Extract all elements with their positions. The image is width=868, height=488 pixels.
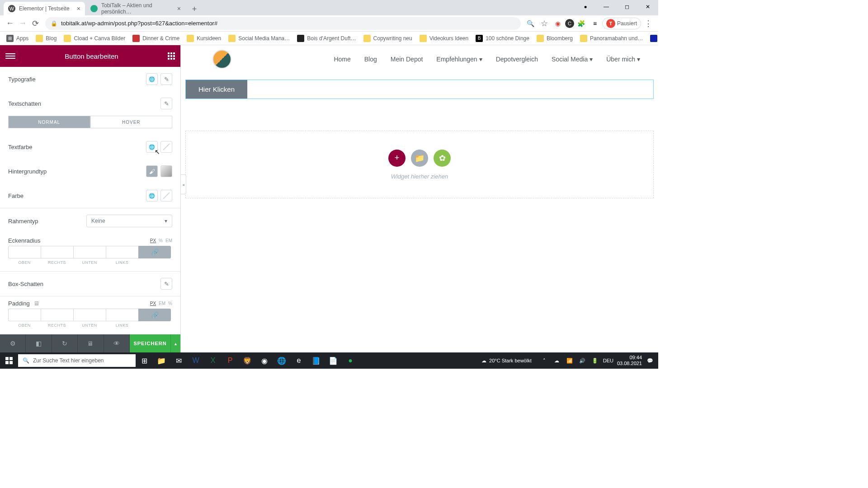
forward-button[interactable]: → xyxy=(16,17,29,30)
tab-active[interactable]: W Elementor | Testseite × xyxy=(4,2,85,15)
app-icon[interactable]: 📘 xyxy=(307,352,325,369)
zoom-icon[interactable]: 🔍 xyxy=(524,17,537,30)
preview-icon[interactable]: 👁 xyxy=(104,334,130,352)
readlist-icon[interactable]: ≡ xyxy=(589,17,601,30)
radius-top[interactable] xyxy=(8,246,41,258)
button-element[interactable]: Hier Klicken xyxy=(186,80,247,99)
bookmark[interactable]: Praktikum Projektm… xyxy=(647,33,658,43)
pencil-icon[interactable] xyxy=(160,73,172,85)
volume-icon[interactable]: 🔊 xyxy=(578,358,587,364)
link-values-icon[interactable]: 🔗 xyxy=(138,246,171,258)
unit-switcher[interactable]: PX % EM xyxy=(150,238,172,243)
color-swatch[interactable] xyxy=(160,141,172,153)
reload-button[interactable]: ⟳ xyxy=(29,17,42,30)
settings-icon[interactable]: ⚙ xyxy=(0,334,26,352)
responsive-icon[interactable]: 🖥 xyxy=(78,334,104,352)
color-swatch[interactable] xyxy=(160,190,172,202)
back-button[interactable]: ← xyxy=(4,17,16,30)
excel-icon[interactable]: X xyxy=(204,352,222,369)
globe-icon[interactable] xyxy=(146,190,158,202)
drop-zone[interactable]: + 📁 ✿ Widget hierher ziehen xyxy=(185,131,654,198)
radius-bottom[interactable] xyxy=(73,246,106,258)
tray-chevron-icon[interactable]: ˄ xyxy=(540,358,549,364)
pencil-icon[interactable] xyxy=(160,98,172,109)
bg-gradient-icon[interactable] xyxy=(160,165,172,177)
desktop-icon[interactable]: 🖥 xyxy=(33,300,39,307)
onedrive-icon[interactable]: ☁ xyxy=(552,358,561,364)
minimize-icon[interactable]: — xyxy=(596,0,617,14)
close-icon[interactable]: × xyxy=(174,5,181,12)
weather-widget[interactable]: ☁ 20°C Stark bewölkt xyxy=(481,358,532,364)
template-button[interactable]: 📁 xyxy=(411,150,428,167)
nav-empfehlungen[interactable]: Empfehlungen ▾ xyxy=(436,56,482,63)
close-icon[interactable]: × xyxy=(73,5,80,12)
save-button[interactable]: SPEICHERN xyxy=(130,334,170,352)
explorer-icon[interactable]: 📁 xyxy=(153,352,170,369)
new-tab-button[interactable]: + xyxy=(188,3,201,15)
nav-depot[interactable]: Mein Depot xyxy=(391,56,423,63)
notifications-icon[interactable]: 💬 xyxy=(646,358,655,364)
bookmark[interactable]: Social Media Mana… xyxy=(226,33,292,43)
envato-button[interactable]: ✿ xyxy=(434,150,451,167)
unit-switcher[interactable]: PX EM % xyxy=(150,301,172,306)
padding-right[interactable] xyxy=(41,309,73,321)
site-logo[interactable] xyxy=(212,50,231,69)
profile-paused[interactable]: T Pausiert xyxy=(602,18,641,29)
puzzle-icon[interactable]: 🧩 xyxy=(575,17,588,30)
close-window-icon[interactable]: ✕ xyxy=(637,0,658,14)
url-input[interactable]: 🔒 tobitalk.at/wp-admin/post.php?post=627… xyxy=(45,17,521,30)
bookmark[interactable]: Bloomberg xyxy=(534,33,576,43)
powerpoint-icon[interactable]: P xyxy=(222,352,239,369)
nav-blog[interactable]: Blog xyxy=(364,56,377,63)
bookmark[interactable]: Dinner & Crime xyxy=(130,33,182,43)
link-values-icon[interactable]: 🔗 xyxy=(138,309,171,321)
padding-left[interactable] xyxy=(106,309,138,321)
nav-social[interactable]: Social Media ▾ xyxy=(552,56,593,63)
bookmark[interactable]: B100 schöne Dinge xyxy=(473,33,532,43)
bookmark[interactable]: Videokurs Ideen xyxy=(417,33,472,43)
chrome-icon[interactable]: 🌐 xyxy=(273,352,290,369)
padding-top[interactable] xyxy=(8,309,41,321)
radius-right[interactable] xyxy=(41,246,73,258)
notepad-icon[interactable]: 📄 xyxy=(325,352,342,369)
tab-hover[interactable]: HOVER xyxy=(90,116,173,128)
search-input[interactable]: 🔍 Zur Suche Text hier eingeben xyxy=(18,354,136,367)
bordertype-select[interactable]: Keine ▾ xyxy=(86,215,172,227)
navigator-icon[interactable]: ◧ xyxy=(26,334,52,352)
history-icon[interactable]: ↻ xyxy=(52,334,78,352)
clock[interactable]: 09:44 03.08.2021 xyxy=(617,355,642,366)
globe-icon[interactable] xyxy=(146,73,158,85)
word-icon[interactable]: W xyxy=(187,352,204,369)
kebab-icon[interactable]: ⋮ xyxy=(642,17,655,30)
widgets-grid-icon[interactable] xyxy=(168,52,175,60)
maximize-icon[interactable]: ◻ xyxy=(617,0,637,14)
padding-bottom[interactable] xyxy=(73,309,106,321)
start-button[interactable] xyxy=(0,352,18,369)
collapse-panel-icon[interactable]: ◂ xyxy=(181,174,186,194)
tab-inactive[interactable]: TobiTalk – Aktien und persönlich… × xyxy=(86,2,185,15)
nav-home[interactable]: Home xyxy=(334,56,350,63)
globe-icon[interactable] xyxy=(146,141,158,153)
bookmark[interactable]: Panoramabahn und… xyxy=(577,33,646,43)
spotify-icon[interactable]: ● xyxy=(342,352,359,369)
app-icon[interactable]: 🦁 xyxy=(239,352,256,369)
button-widget[interactable]: Hier Klicken xyxy=(185,80,654,99)
bookmark[interactable]: Cload + Canva Bilder xyxy=(61,33,128,43)
bookmark[interactable]: Blog xyxy=(33,33,59,43)
add-section-button[interactable]: + xyxy=(388,150,406,167)
ext-icon-2[interactable]: C xyxy=(565,19,574,28)
bookmark[interactable]: Kursideen xyxy=(184,33,224,43)
tab-normal[interactable]: NORMAL xyxy=(8,116,90,128)
edge-icon[interactable]: e xyxy=(290,352,307,369)
ext-icon-1[interactable]: ◉ xyxy=(552,17,564,30)
bookmark[interactable]: Bois d'Argent Duft… xyxy=(294,33,359,43)
wifi-icon[interactable]: 📶 xyxy=(565,358,574,364)
bookmark[interactable]: Copywriting neu xyxy=(361,33,415,43)
mail-icon[interactable]: ✉ xyxy=(170,352,187,369)
account-icon[interactable]: ● xyxy=(575,0,596,14)
save-options-icon[interactable]: ▴ xyxy=(170,334,180,352)
battery-icon[interactable]: 🔋 xyxy=(590,358,599,364)
bg-classic-icon[interactable]: 🖌 xyxy=(146,165,158,177)
bookmark-apps[interactable]: ⊞Apps xyxy=(4,33,31,43)
taskview-icon[interactable]: ⊞ xyxy=(136,352,153,369)
